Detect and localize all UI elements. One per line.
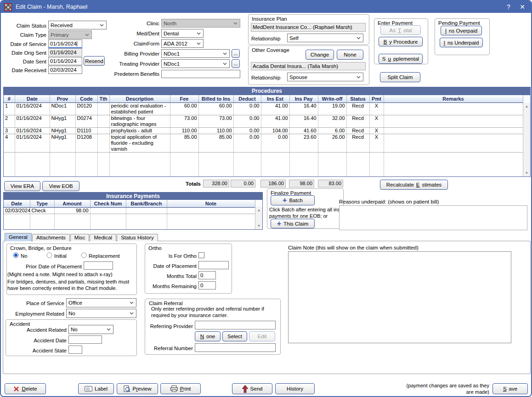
months-remaining-field[interactable]: 0 xyxy=(198,281,216,289)
accident-state-field[interactable] xyxy=(68,346,82,354)
chevron-down-icon xyxy=(357,37,361,40)
column-header: Prov xyxy=(50,95,75,103)
by-procedure-button[interactable]: By Procedure xyxy=(379,37,423,46)
claim-note-field[interactable] xyxy=(288,251,511,343)
radio-no-label[interactable]: No xyxy=(21,253,28,259)
date-received-field[interactable]: 02/03/2024 xyxy=(48,66,82,74)
ins-underpaid-button[interactable]: Ins Underpaid xyxy=(440,38,483,47)
claim-status-select[interactable]: Received xyxy=(48,21,107,29)
claim-note-label: Claim Note (this will show on the claim … xyxy=(288,244,419,251)
date-sent-field[interactable]: 01/16/2024 xyxy=(48,57,82,65)
referral-select-button[interactable]: Select xyxy=(222,331,247,341)
claim-status-label: Claim Status xyxy=(1,23,46,29)
radio-replacement[interactable] xyxy=(81,252,87,258)
table-row[interactable]: 02/03/2024Check98.00 xyxy=(4,208,255,214)
accident-date-field[interactable] xyxy=(68,335,102,344)
months-total-field[interactable]: 0 xyxy=(198,271,216,279)
supplemental-button[interactable]: Supplemental xyxy=(379,54,423,64)
recalculate-estimates-button[interactable]: Recalculate Estimates xyxy=(380,180,448,190)
date-received-label: Date Received xyxy=(1,67,46,74)
chevron-down-icon xyxy=(223,52,227,55)
other-coverage-plan-name: Acadia Dental Insura... (Talia Marsh) xyxy=(251,62,366,70)
procedures-scrollbar[interactable]: ▲ ▼ xyxy=(523,103,530,176)
radio-no[interactable] xyxy=(13,252,19,258)
table-row[interactable]: 301/16/2024NHyg1D1110prophylaxis - adult… xyxy=(4,128,523,134)
plus-icon: + xyxy=(277,221,281,226)
history-button[interactable]: History xyxy=(275,383,315,394)
print-button[interactable]: Print xyxy=(160,383,201,394)
relationship-select[interactable]: Self xyxy=(287,34,363,42)
label-card-icon xyxy=(85,386,92,391)
help-button[interactable]: ? xyxy=(502,1,515,13)
tab-medical[interactable]: Medical xyxy=(90,234,116,241)
label-button[interactable]: Label xyxy=(78,383,114,394)
treating-provider-select[interactable]: NDoc1 xyxy=(161,59,230,68)
referral-number-field[interactable] xyxy=(195,343,276,352)
resend-button[interactable]: Resend xyxy=(84,56,105,66)
reasons-underpaid-field[interactable] xyxy=(339,205,527,230)
referral-none-button[interactable]: None xyxy=(195,331,221,341)
column-header: Tth xyxy=(97,95,109,103)
payments-scrollbar[interactable]: ▲ ▼ xyxy=(255,207,262,229)
treating-provider-label: Treating Provider xyxy=(107,61,159,67)
tab-attachments[interactable]: Attachments xyxy=(32,234,70,241)
preview-button[interactable]: Preview xyxy=(117,383,158,394)
accident-related-select[interactable]: No xyxy=(68,325,113,334)
table-row[interactable]: 401/16/2024NHyg1D1208topical application… xyxy=(4,134,523,153)
place-of-service-label: Place of Service xyxy=(10,300,64,306)
scroll-down-icon[interactable]: ▼ xyxy=(255,224,262,228)
save-button[interactable]: Save xyxy=(492,383,528,394)
radio-initial[interactable] xyxy=(46,252,52,258)
relationship-label: Relationship xyxy=(251,35,280,42)
radio-initial-label[interactable]: Initial xyxy=(54,253,67,259)
send-button[interactable]: Send xyxy=(232,383,272,394)
column-header: Billed to Ins xyxy=(198,95,233,103)
referral-number-label: Referral Number xyxy=(147,345,193,352)
total-deduct: 0.00 xyxy=(231,180,255,187)
table-row[interactable]: 101/16/2024NDoc1D0120periodic oral evalu… xyxy=(4,103,523,115)
tab-misc[interactable]: Misc xyxy=(70,234,90,241)
date-of-service-field[interactable]: 01/16/2024 xyxy=(48,40,82,48)
filler-row xyxy=(4,153,523,177)
batch-button[interactable]: +Batch xyxy=(271,195,315,205)
is-for-ortho-checkbox[interactable] xyxy=(198,252,204,258)
this-claim-button[interactable]: +This Claim xyxy=(271,219,315,228)
claim-form-select[interactable]: ADA 2012 xyxy=(161,39,204,48)
med-dent-select[interactable]: Dental xyxy=(161,29,204,38)
scroll-up-icon[interactable]: ▲ xyxy=(523,104,530,108)
column-header: Status xyxy=(346,95,369,103)
treating-provider-picker-button[interactable]: ... xyxy=(232,59,240,68)
totals-label: Totals xyxy=(175,181,201,187)
place-of-service-select[interactable]: Office xyxy=(66,298,136,307)
predeterm-benefits-field[interactable] xyxy=(161,70,240,78)
claim-type-select: Primary xyxy=(48,30,92,39)
tab-status-history[interactable]: Status History xyxy=(117,234,158,241)
table-row[interactable]: 201/16/2024NHyg1D0274bitewings - four ra… xyxy=(4,115,523,128)
split-claim-button[interactable]: Split Claim xyxy=(380,72,420,82)
other-relationship-select[interactable]: Spouse xyxy=(287,73,363,81)
radio-replacement-label[interactable]: Replacement xyxy=(89,253,120,259)
column-header: Code xyxy=(75,95,97,103)
billing-provider-picker-button[interactable]: ... xyxy=(232,49,240,58)
claim-referral-instruction: Only enter referring provider and referr… xyxy=(151,306,278,318)
change-coverage-button[interactable]: Change xyxy=(306,50,334,60)
referring-provider-field[interactable] xyxy=(195,321,276,329)
ins-overpaid-button[interactable]: Ins Overpaid xyxy=(441,26,482,35)
tab-general[interactable]: General xyxy=(5,233,32,241)
referral-edit-button: Edit xyxy=(249,331,275,341)
insurance-payments-title: Insurance Payments xyxy=(4,193,262,200)
scroll-up-icon[interactable]: ▲ xyxy=(255,208,262,212)
scroll-down-icon[interactable]: ▼ xyxy=(523,171,530,175)
delete-button[interactable]: Delete xyxy=(5,383,46,394)
close-button[interactable]: ✕ xyxy=(515,1,529,13)
ortho-date-field[interactable] xyxy=(198,261,229,269)
billing-provider-select[interactable]: NDoc1 xyxy=(161,49,230,58)
prior-date-field[interactable] xyxy=(84,261,113,270)
view-eob-button[interactable]: View EOB xyxy=(42,181,79,191)
employment-related-select[interactable]: No xyxy=(66,309,136,318)
view-era-button[interactable]: View ERA xyxy=(4,181,40,191)
none-coverage-button[interactable]: None xyxy=(337,50,363,60)
ortho-date-label: Date of Placement xyxy=(148,263,197,269)
total-ins-est: 186.00 xyxy=(260,180,286,187)
clinic-select: North xyxy=(161,19,240,28)
